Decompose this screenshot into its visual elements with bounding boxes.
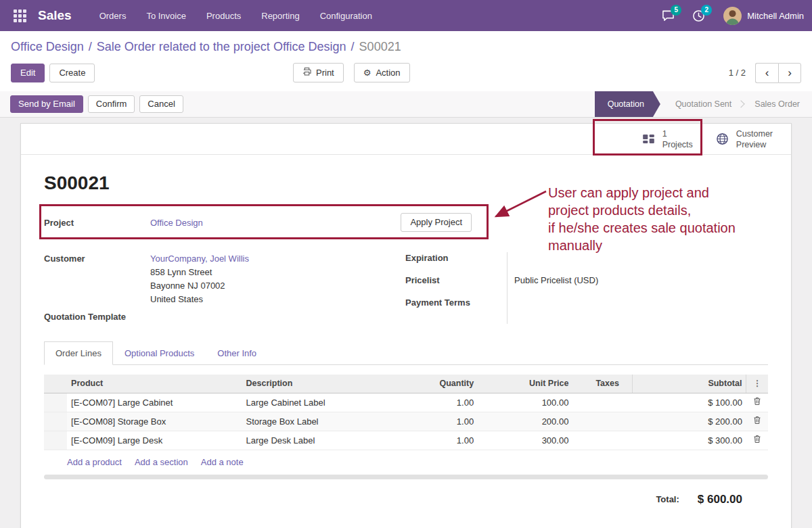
order-lines-table: Product Description Quantity Unit Price … bbox=[44, 375, 768, 450]
pager-next-button[interactable]: › bbox=[778, 63, 801, 83]
action-label: Action bbox=[376, 68, 400, 78]
apply-project-button[interactable]: Apply Project bbox=[401, 213, 472, 232]
cell-quantity: 1.00 bbox=[376, 431, 478, 450]
horizontal-scrollbar[interactable] bbox=[44, 475, 768, 479]
address-line: United States bbox=[150, 293, 405, 306]
add-a-section-link[interactable]: Add a section bbox=[135, 457, 188, 467]
activities-badge: 2 bbox=[701, 5, 712, 16]
menu-reporting[interactable]: Reporting bbox=[251, 1, 309, 30]
action-button[interactable]: ⚙ Action bbox=[354, 63, 410, 82]
apps-grid-icon bbox=[14, 9, 26, 22]
header-quantity[interactable]: Quantity bbox=[376, 375, 478, 393]
status-widget: Quotation Quotation Sent Sales Order bbox=[595, 91, 812, 117]
quotation-template-field-row: Quotation Template bbox=[44, 310, 405, 324]
delete-row-button[interactable] bbox=[752, 415, 762, 427]
cell-unit-price: 100.00 bbox=[478, 393, 572, 412]
delete-row-button[interactable] bbox=[752, 396, 762, 408]
row-handle[interactable] bbox=[44, 393, 67, 412]
pager-previous-button[interactable]: ‹ bbox=[755, 63, 778, 83]
user-menu[interactable]: Mitchell Admin bbox=[723, 7, 804, 25]
cell-quantity: 1.00 bbox=[376, 412, 478, 431]
project-link[interactable]: Office Design bbox=[150, 218, 401, 228]
total-label: Total: bbox=[656, 494, 679, 504]
header-unit-price[interactable]: Unit Price bbox=[478, 375, 572, 393]
edit-button[interactable]: Edit bbox=[11, 64, 45, 82]
breadcrumb-project[interactable]: Office Design bbox=[11, 40, 84, 53]
breadcrumb-separator: / bbox=[89, 40, 92, 53]
right-field-group: Expiration Pricelist Payment Terms Publi… bbox=[405, 252, 768, 324]
pager: 1 / 2 ‹ › bbox=[729, 63, 801, 83]
projects-count: 1 bbox=[662, 128, 693, 139]
page: Sales Orders To Invoice Products Reporti… bbox=[0, 0, 812, 528]
messages-badge: 5 bbox=[671, 5, 681, 16]
send-by-email-button[interactable]: Send by Email bbox=[10, 95, 83, 113]
address-line: Bayonne NJ 07002 bbox=[150, 279, 405, 293]
cell-taxes bbox=[572, 393, 632, 412]
print-label: Print bbox=[316, 68, 334, 78]
tab-order-lines[interactable]: Order Lines bbox=[44, 341, 113, 365]
pricelist-label: Pricelist bbox=[405, 274, 507, 297]
apps-menu-button[interactable] bbox=[8, 4, 31, 27]
print-button[interactable]: Print bbox=[293, 63, 344, 82]
total-value: $ 600.00 bbox=[698, 493, 742, 506]
app-name[interactable]: Sales bbox=[38, 8, 72, 23]
header-description[interactable]: Description bbox=[242, 375, 376, 393]
cell-product: [E-COM08] Storage Box bbox=[67, 412, 242, 431]
add-a-note-link[interactable]: Add a note bbox=[201, 457, 244, 467]
table-row[interactable]: [E-COM08] Storage Box Storage Box Label … bbox=[44, 412, 768, 431]
activities-button[interactable]: 2 bbox=[686, 6, 711, 26]
trash-icon bbox=[753, 398, 761, 408]
tab-optional-products[interactable]: Optional Products bbox=[113, 341, 206, 365]
user-name: Mitchell Admin bbox=[747, 11, 804, 21]
menu-products[interactable]: Products bbox=[196, 1, 251, 30]
add-a-product-link[interactable]: Add a product bbox=[67, 457, 122, 467]
row-handle[interactable] bbox=[44, 412, 67, 431]
state-quotation-sent[interactable]: Quotation Sent bbox=[664, 91, 743, 117]
breadcrumb: Office Design/Sale Order related to the … bbox=[11, 38, 801, 55]
messages-button[interactable]: 5 bbox=[656, 6, 681, 25]
create-button[interactable]: Create bbox=[49, 64, 95, 82]
header-subtotal[interactable]: Subtotal bbox=[633, 375, 746, 393]
quotation-template-label: Quotation Template bbox=[44, 310, 150, 324]
pricelist-value[interactable]: Public Pricelist (USD) bbox=[514, 274, 768, 297]
breadcrumb-current: S00021 bbox=[359, 40, 401, 53]
pager-buttons: ‹ › bbox=[755, 63, 801, 83]
order-title: S00021 bbox=[44, 172, 768, 194]
breadcrumb-separator: / bbox=[351, 40, 355, 53]
control-panel-buttons: Edit Create Print ⚙ Action 1 / 2 ‹ bbox=[11, 62, 801, 83]
cancel-button[interactable]: Cancel bbox=[139, 95, 183, 113]
table-add-links: Add a product Add a section Add a note bbox=[44, 450, 768, 473]
form-view: 1 Projects Customer Preview S00021 bbox=[0, 118, 812, 528]
customer-link[interactable]: YourCompany, Joel Willis bbox=[150, 252, 249, 266]
customer-preview-button[interactable]: Customer Preview bbox=[704, 124, 784, 154]
delete-row-button[interactable] bbox=[752, 434, 762, 446]
optional-columns-icon[interactable]: ⋮ bbox=[746, 375, 768, 393]
header-product[interactable]: Product bbox=[67, 375, 242, 393]
header-taxes[interactable]: Taxes bbox=[572, 375, 632, 393]
menu-configuration[interactable]: Configuration bbox=[310, 1, 382, 30]
stat-button-box: 1 Projects Customer Preview bbox=[21, 124, 791, 155]
customer-preview-line1: Customer bbox=[736, 128, 773, 139]
record-buttons: Edit Create bbox=[11, 64, 95, 82]
customer-address: 858 Lynn Street Bayonne NJ 07002 United … bbox=[150, 266, 405, 306]
navbar-left: Sales Orders To Invoice Products Reporti… bbox=[8, 1, 382, 30]
cell-subtotal: $ 100.00 bbox=[633, 393, 746, 412]
sale-order-sheet: 1 Projects Customer Preview S00021 bbox=[20, 123, 792, 528]
breadcrumb-sale-orders[interactable]: Sale Order related to the project Office… bbox=[97, 40, 346, 53]
globe-icon bbox=[716, 133, 729, 145]
tab-other-info[interactable]: Other Info bbox=[206, 341, 268, 365]
projects-stat-button[interactable]: 1 Projects bbox=[631, 124, 704, 154]
confirm-button[interactable]: Confirm bbox=[88, 95, 135, 113]
payment-terms-value[interactable] bbox=[514, 297, 768, 319]
menu-to-invoice[interactable]: To Invoice bbox=[136, 1, 196, 30]
state-sales-order[interactable]: Sales Order bbox=[743, 91, 812, 117]
cell-taxes bbox=[572, 431, 632, 450]
expiration-value[interactable] bbox=[514, 252, 768, 274]
row-handle[interactable] bbox=[44, 431, 67, 450]
table-row[interactable]: [E-COM09] Large Desk Large Desk Label 1.… bbox=[44, 431, 768, 450]
table-row[interactable]: [E-COM07] Large Cabinet Large Cabinet La… bbox=[44, 393, 768, 412]
menu-orders[interactable]: Orders bbox=[89, 1, 137, 30]
sheet-body: S00021 Project Office Design Apply Proje… bbox=[21, 172, 791, 527]
cell-description: Storage Box Label bbox=[242, 412, 376, 431]
state-quotation[interactable]: Quotation bbox=[595, 91, 660, 117]
